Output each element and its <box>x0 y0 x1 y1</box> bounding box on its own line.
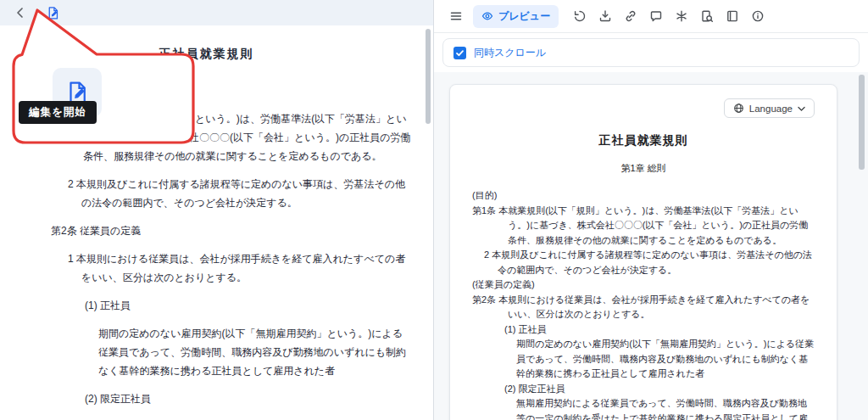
history-button[interactable] <box>568 5 591 27</box>
sync-scroll-label: 同時スクロール <box>474 46 546 60</box>
preview-paragraph: 無期雇用契約による従業員であって、労働時間、職務内容及び勤務地等の一定の制約を受… <box>472 396 815 420</box>
book-icon <box>726 9 739 23</box>
comment-icon <box>649 9 663 23</box>
preview-area: Language 正社員就業規則 第1章 総則 (目的)第1条 本就業規則(以下… <box>434 72 868 420</box>
menu-button[interactable] <box>444 5 467 27</box>
editor-paragraph: (1) 正社員 <box>51 296 413 315</box>
preview-toolbar: プレビュー <box>434 0 868 33</box>
chevron-down-icon <box>798 105 805 112</box>
preview-paragraph: 2 本規則及びこれに付属する諸規程等に定めのない事項は、労基法その他の法令の範囲… <box>472 248 815 277</box>
comment-button[interactable] <box>644 5 667 27</box>
sync-scroll-bar: 同時スクロール <box>442 38 860 67</box>
menu-icon <box>449 9 463 23</box>
preview-paragraph: (目的) <box>472 188 815 204</box>
preview-doc-title: 正社員就業規則 <box>472 133 815 148</box>
tab-preview-label: プレビュー <box>498 9 550 24</box>
link-icon <box>624 9 637 23</box>
preview-doc-body: (目的)第1条 本就業規則(以下「規則」という。)は、労働基準法(以下「労基法」… <box>472 188 815 420</box>
preview-pane: プレビュー <box>434 0 868 420</box>
app-window: 正社員就業規則 (目的)第1条 本就業規則(以下「規則」という。)は、労働基準法… <box>0 0 868 420</box>
editor-paragraph: (2) 限定正社員 <box>51 389 413 408</box>
preview-paragraph: 第2条 本規則における従業員は、会社が採用手続きを経て雇入れたすべての者をいい、… <box>472 293 815 322</box>
preview-paragraph: 第1条 本就業規則(以下「規則」という。)は、労働基準法(以下「労基法」という。… <box>472 204 815 249</box>
callout-bubble-shape <box>7 5 202 148</box>
check-icon <box>455 48 465 58</box>
info-button[interactable] <box>746 5 769 27</box>
download-button[interactable] <box>593 5 616 27</box>
editor-paragraph: 期間の定めのない雇用契約(以下「無期雇用契約」という。)による従業員であって、労… <box>51 324 413 380</box>
book-button[interactable] <box>721 5 743 27</box>
search-document-button[interactable] <box>695 5 718 27</box>
preview-document-card: Language 正社員就業規則 第1章 総則 (目的)第1条 本就業規則(以下… <box>449 84 837 420</box>
tab-preview[interactable]: プレビュー <box>473 5 559 28</box>
globe-icon <box>733 103 744 114</box>
preview-chapter-heading: 第1章 総則 <box>472 162 815 175</box>
asterisk-icon <box>675 9 688 23</box>
language-button[interactable]: Language <box>724 98 815 118</box>
asterisk-button[interactable] <box>670 5 693 27</box>
preview-paragraph: (1) 正社員 <box>472 322 815 338</box>
language-row: Language <box>472 98 815 118</box>
link-button[interactable] <box>619 5 642 27</box>
info-icon <box>751 9 765 23</box>
editor-scrollbar[interactable] <box>426 29 431 124</box>
editor-paragraph: 2 本規則及びこれに付属する諸規程等に定めのない事項は、労基法その他の法令の範囲… <box>51 175 413 212</box>
edit-callout-annotation: 編集を開始 <box>0 0 208 154</box>
preview-paragraph: 期間の定めのない雇用契約(以下「無期雇用契約」という。)による従業員であって、労… <box>472 337 815 382</box>
preview-paragraph: (2) 限定正社員 <box>472 382 815 397</box>
editor-paragraph: 1 本規則における従業員は、会社が採用手続きを経て雇入れたすべての者をいい、区分… <box>51 249 413 287</box>
edit-tooltip: 編集を開始 <box>19 101 97 124</box>
search-document-icon <box>700 9 714 23</box>
history-icon <box>573 9 587 23</box>
preview-paragraph: (従業員の定義) <box>472 277 815 293</box>
editor-pane: 正社員就業規則 (目的)第1条 本就業規則(以下「規則」という。)は、労働基準法… <box>0 0 434 420</box>
eye-icon <box>481 10 493 22</box>
preview-scrollbar[interactable] <box>859 75 865 170</box>
editor-paragraph: 第2条 従業員の定義 <box>51 221 413 240</box>
language-button-label: Language <box>749 104 793 114</box>
download-icon <box>598 9 612 23</box>
sync-scroll-checkbox[interactable] <box>453 47 466 59</box>
